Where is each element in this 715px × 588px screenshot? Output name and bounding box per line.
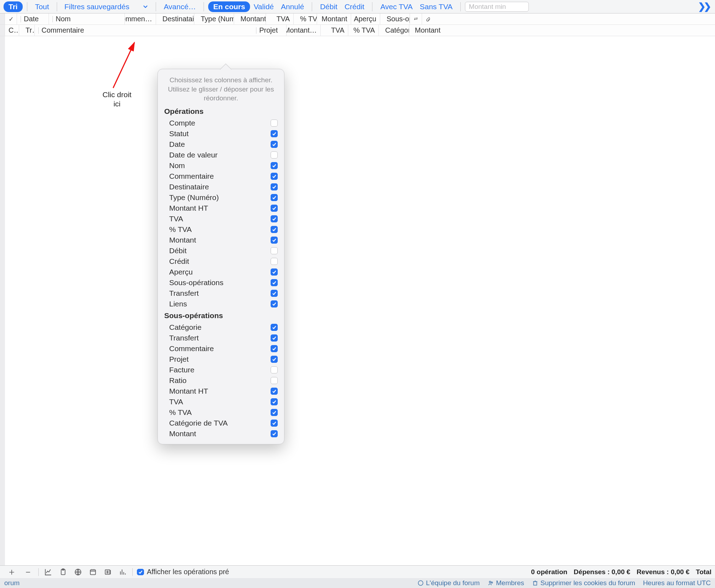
column-pct-tva-2[interactable]: % TVA (348, 25, 379, 36)
filter-sans-tva-button[interactable]: Sans TVA (416, 2, 456, 12)
column-toggle-row[interactable]: Montant (164, 235, 278, 245)
column-toggle-label: Destinataire (169, 183, 209, 191)
checkbox-icon (271, 324, 278, 331)
sort-button[interactable]: Tri (4, 1, 23, 12)
column-status-check[interactable] (5, 13, 17, 24)
column-toggle-row[interactable]: % TVA (164, 407, 278, 418)
column-tva[interactable]: TVA (266, 13, 294, 24)
status-valide-button[interactable]: Validé (250, 2, 277, 12)
column-toggle-row[interactable]: Date de valeur (164, 150, 278, 160)
popover-section-operations: Opérations (164, 107, 278, 116)
column-montant[interactable]: Montant (317, 13, 351, 24)
column-toggle-row[interactable]: Commentaire (164, 343, 278, 354)
column-toggle-label: Aperçu (169, 268, 193, 276)
column-toggle-row[interactable]: % TVA (164, 224, 278, 235)
gutter (0, 13, 5, 24)
column-categorie-tva[interactable]: Catégori… (379, 25, 409, 36)
filter-all-button[interactable]: Tout (32, 2, 53, 12)
clipboard-icon[interactable] (56, 568, 71, 576)
column-toggle-row[interactable]: TVA (164, 213, 278, 224)
advanced-button[interactable]: Avancé… (160, 2, 200, 12)
column-destinataire[interactable]: Destinataire (156, 13, 194, 24)
column-toggle-row[interactable]: Transfert (164, 333, 278, 343)
column-toggle-row[interactable]: Sous-opérations (164, 277, 278, 288)
column-projet[interactable]: Projet (253, 25, 287, 36)
column-toggle-row[interactable]: Projet (164, 354, 278, 365)
news-icon[interactable] (100, 568, 115, 576)
status-summary: 0 opération Dépenses : 0,00 € Revenus : … (531, 568, 711, 576)
bar-chart-icon[interactable] (115, 568, 130, 576)
column-toggle-row[interactable]: Aperçu (164, 267, 278, 277)
column-montant-2[interactable]: Montant (409, 25, 444, 36)
checkbox-icon (271, 420, 278, 427)
column-toggle-label: Date (169, 140, 185, 149)
checkbox-icon (271, 120, 278, 127)
footer-cookies-link[interactable]: Supprimer les cookies du forum (532, 579, 635, 587)
column-toggle-row[interactable]: TVA (164, 396, 278, 407)
column-sous-op[interactable]: Sous-op… (380, 13, 410, 24)
column-transfert-icon[interactable] (410, 13, 422, 24)
add-button[interactable]: ＋ (4, 566, 20, 578)
column-toggle-row[interactable]: Nom (164, 160, 278, 171)
footer-members-link[interactable]: Membres (488, 579, 524, 587)
column-categorie[interactable]: C… (5, 25, 19, 36)
column-montant-ht[interactable]: Montant… (234, 13, 266, 24)
column-toggle-row[interactable]: Catégorie (164, 322, 278, 333)
checkbox-icon (271, 247, 278, 254)
column-toggle-row[interactable]: Montant HT (164, 386, 278, 396)
column-toggle-label: Ratio (169, 376, 187, 385)
show-forecast-checkbox[interactable]: Afficher les opérations pré (137, 568, 229, 576)
column-toggle-row[interactable]: Compte (164, 118, 278, 128)
column-toggle-row[interactable]: Montant HT (164, 203, 278, 213)
column-tva-2[interactable]: TVA (321, 25, 348, 36)
globe-icon[interactable] (71, 568, 85, 576)
column-toggle-row[interactable]: Ratio (164, 375, 278, 386)
column-toggle-row[interactable]: Montant (164, 428, 278, 439)
toolbar-overflow-button[interactable]: ❯❯ (692, 1, 711, 12)
column-toggle-label: TVA (169, 215, 183, 223)
filter-avec-tva-button[interactable]: Avec TVA (377, 2, 416, 12)
column-attachment-icon[interactable] (422, 13, 434, 24)
column-toggle-row[interactable]: Type (Numéro) (164, 192, 278, 203)
column-montant-ht-2[interactable]: Montant… (287, 25, 321, 36)
column-toggle-label: Type (Numéro) (169, 193, 219, 202)
montant-min-input[interactable] (465, 2, 529, 12)
status-annule-button[interactable]: Annulé (277, 2, 307, 12)
column-pct-tva[interactable]: % TVA (294, 13, 317, 24)
column-toggle-row[interactable]: Date (164, 139, 278, 150)
footer-team-link[interactable]: L'équipe du forum (417, 579, 480, 587)
column-toggle-label: Projet (169, 355, 189, 364)
column-commentaire-2[interactable]: Commentaire (35, 25, 253, 36)
status-encours-button[interactable]: En cours (208, 1, 250, 12)
column-toggle-row[interactable]: Catégorie de TVA (164, 418, 278, 428)
chart-line-icon[interactable] (41, 568, 56, 576)
column-transfert[interactable]: Tr… (19, 25, 35, 36)
filter-debit-button[interactable]: Débit (316, 2, 341, 12)
checkbox-icon (271, 279, 278, 286)
filter-credit-button[interactable]: Crédit (341, 2, 368, 12)
column-toggle-row[interactable]: Statut (164, 128, 278, 139)
column-toggle-label: Liens (169, 300, 187, 308)
column-toggle-row[interactable]: Débit (164, 245, 278, 256)
column-toggle-row[interactable]: Liens (164, 299, 278, 309)
popover-instructions: Choisissez les colonnes à afficher. Util… (164, 76, 278, 103)
column-commentaire[interactable]: Commen… (125, 13, 156, 24)
chevron-down-icon (142, 4, 149, 10)
remove-button[interactable]: － (20, 566, 36, 578)
column-toggle-row[interactable]: Crédit (164, 256, 278, 267)
column-toggle-row[interactable]: Transfert (164, 288, 278, 299)
column-date[interactable]: Date (17, 13, 49, 24)
saved-filters-label: Filtres sauvegardés (64, 2, 129, 11)
column-toggle-row[interactable]: Destinataire (164, 182, 278, 192)
column-nom[interactable]: Nom (49, 13, 125, 24)
toolbar-separator (27, 2, 27, 11)
column-type[interactable]: Type (Numér… (194, 13, 234, 24)
checkbox-icon (271, 366, 278, 373)
column-toggle-label: Montant HT (169, 204, 208, 212)
column-toggle-row[interactable]: Commentaire (164, 171, 278, 182)
column-apercu[interactable]: Aperçu (351, 13, 380, 24)
saved-filters-dropdown[interactable]: Filtres sauvegardés (61, 2, 151, 12)
footer-timezone-label: Heures au format UTC (643, 579, 711, 587)
column-toggle-row[interactable]: Facture (164, 365, 278, 375)
calendar-icon[interactable] (85, 568, 100, 576)
